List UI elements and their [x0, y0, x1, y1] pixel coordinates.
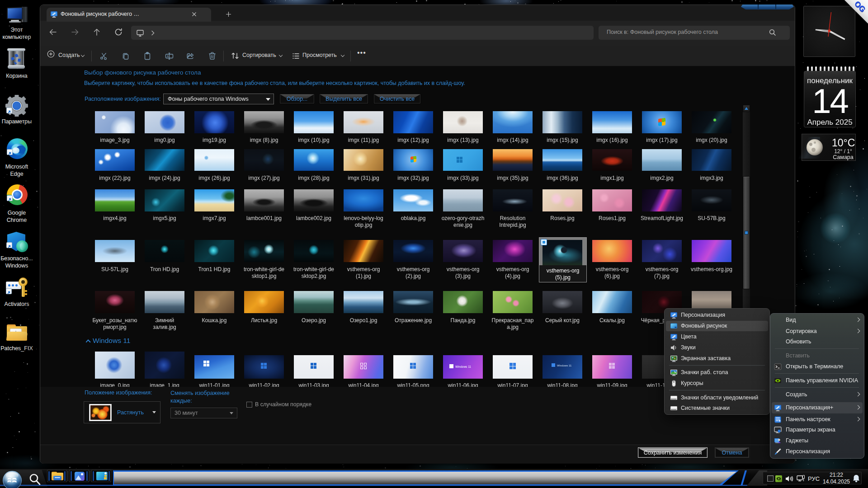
svg-text:A: A: [167, 55, 169, 58]
